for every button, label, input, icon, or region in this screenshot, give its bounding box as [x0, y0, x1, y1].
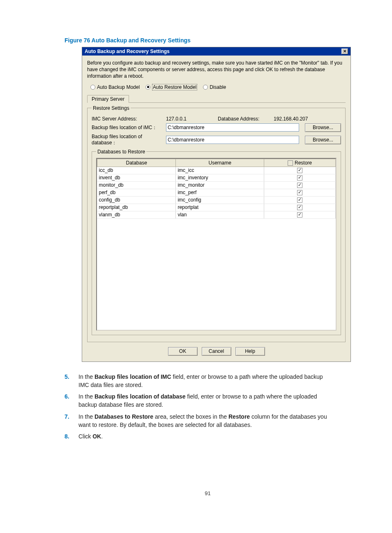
step-text: In the Backup files location of database… [78, 392, 334, 409]
restore-checkbox[interactable] [297, 190, 302, 195]
cell-username: imc_perf [176, 189, 264, 196]
figure-caption: Figure 76 Auto Backup and Recovery Setti… [65, 37, 351, 44]
instruction-steps: 5.In the Backup files location of IMC fi… [65, 373, 351, 441]
col-username[interactable]: Username [176, 159, 264, 167]
browse-db-button[interactable]: Browse... [305, 136, 341, 144]
radio-icon [203, 85, 208, 90]
ok-button[interactable]: OK [168, 347, 198, 356]
header-checkbox[interactable] [288, 160, 293, 166]
restore-checkbox[interactable] [297, 197, 302, 203]
table-row[interactable]: invent_dbimc_inventory [97, 174, 336, 181]
restore-checkbox[interactable] [297, 175, 302, 181]
cancel-button[interactable]: Cancel [202, 347, 231, 356]
table-row[interactable]: perf_dbimc_perf [97, 189, 336, 196]
step-number: 8. [65, 432, 78, 440]
step-text: Click OK. [78, 432, 334, 440]
radio-auto-restore[interactable]: Auto Restore Model [145, 84, 197, 90]
radio-icon [90, 85, 95, 90]
cell-username: imc_icc [176, 167, 264, 174]
step-item: 7.In the Databases to Restore area, sele… [65, 412, 334, 429]
step-number: 6. [65, 392, 78, 409]
cell-restore [264, 181, 335, 189]
mode-radio-group: Auto Backup Model Auto Restore Model Dis… [90, 84, 346, 90]
table-row[interactable]: vlanm_dbvlan [97, 211, 336, 218]
db-table: Database Username Restore icc_dbimc_icci… [97, 159, 336, 219]
label-backup-imc: Backup files location of iMC： [92, 124, 164, 131]
radio-label: Auto Backup Model [97, 84, 140, 90]
databases-to-restore-legend: Databases to Restore [96, 149, 146, 155]
browse-imc-button[interactable]: Browse... [305, 123, 341, 132]
titlebar: Auto Backup and Recovery Settings ✕ [82, 47, 350, 56]
step-text: In the Databases to Restore area, select… [78, 412, 334, 429]
table-row[interactable]: reportplat_dbreportplat [97, 204, 336, 211]
cell-database: icc_db [97, 167, 176, 174]
databases-to-restore-fieldset: Databases to Restore Database Username R… [92, 149, 341, 335]
label-backup-db: Backup files location of database： [92, 134, 164, 146]
cell-restore [264, 211, 335, 218]
dialog-title: Auto Backup and Recovery Settings [85, 49, 170, 54]
col-database[interactable]: Database [97, 159, 176, 167]
cell-username: imc_config [176, 196, 264, 204]
radio-icon [145, 85, 150, 90]
cell-restore [264, 167, 335, 174]
cell-database: perf_db [97, 189, 176, 196]
tab-primary-server[interactable]: Primary Server [87, 95, 129, 103]
intro-text: Before you configure auto backup and rec… [87, 60, 346, 80]
step-item: 5.In the Backup files location of IMC fi… [65, 373, 334, 389]
cell-database: reportplat_db [97, 204, 176, 211]
close-icon[interactable]: ✕ [341, 49, 348, 54]
step-item: 8.Click OK. [65, 432, 334, 440]
cell-restore [264, 204, 335, 211]
cell-username: imc_inventory [176, 174, 264, 181]
restore-settings-legend: Restore Settings [92, 105, 131, 111]
restore-checkbox[interactable] [297, 212, 302, 218]
cell-username: reportplat [176, 204, 264, 211]
input-backup-imc[interactable] [166, 123, 299, 132]
table-row[interactable]: monitor_dbimc_monitor [97, 181, 336, 189]
tab-row: Primary Server [87, 95, 346, 103]
help-button[interactable]: Help [235, 347, 265, 356]
radio-auto-backup[interactable]: Auto Backup Model [90, 84, 140, 90]
cell-username: vlan [176, 211, 264, 218]
cell-username: imc_monitor [176, 181, 264, 189]
radio-disable[interactable]: Disable [203, 84, 226, 90]
step-text: In the Backup files location of IMC fiel… [78, 373, 334, 389]
restore-checkbox[interactable] [297, 168, 302, 173]
dialog-button-row: OK Cancel Help [87, 347, 346, 356]
col-restore[interactable]: Restore [264, 159, 335, 167]
page-number: 91 [65, 490, 351, 496]
col-restore-label: Restore [295, 160, 312, 166]
step-number: 5. [65, 373, 78, 389]
radio-label: Disable [210, 84, 226, 90]
table-row[interactable]: icc_dbimc_icc [97, 167, 336, 174]
dialog-window: Auto Backup and Recovery Settings ✕ Befo… [82, 47, 351, 362]
table-row[interactable]: config_dbimc_config [97, 196, 336, 204]
cell-database: vlanm_db [97, 211, 176, 218]
label-imc-address: IMC Server Address: [92, 116, 164, 122]
db-table-container: Database Username Restore icc_dbimc_icci… [96, 158, 337, 331]
value-db-address: 192.168.40.207 [274, 116, 308, 122]
restore-settings-fieldset: Restore Settings IMC Server Address: 127… [87, 105, 346, 342]
cell-database: monitor_db [97, 181, 176, 189]
value-imc-address: 127.0.0.1 [166, 116, 215, 122]
cell-restore [264, 174, 335, 181]
cell-restore [264, 196, 335, 204]
cell-database: invent_db [97, 174, 176, 181]
cell-database: config_db [97, 196, 176, 204]
restore-checkbox[interactable] [297, 205, 302, 210]
step-item: 6.In the Backup files location of databa… [65, 392, 334, 409]
radio-label: Auto Restore Model [152, 84, 197, 90]
label-db-address: Database Address: [218, 116, 271, 122]
cell-restore [264, 189, 335, 196]
input-backup-db[interactable] [166, 136, 299, 144]
step-number: 7. [65, 412, 78, 429]
restore-checkbox[interactable] [297, 183, 302, 188]
